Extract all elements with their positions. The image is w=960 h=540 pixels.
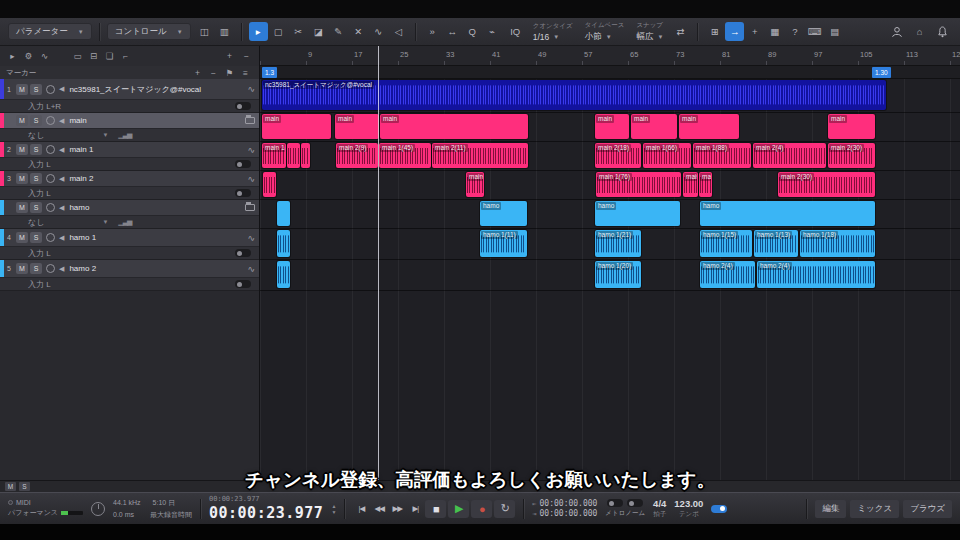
timeline-ruler[interactable]: 91725334149576573818997105113121 bbox=[260, 46, 960, 66]
output-toggle[interactable] bbox=[711, 505, 727, 513]
stop-button[interactable]: ■ bbox=[425, 500, 446, 518]
arrow-tool[interactable]: ▸ bbox=[249, 22, 268, 41]
monitor-button[interactable]: ◀ bbox=[59, 234, 64, 242]
clip-main-folder[interactable]: main bbox=[679, 114, 739, 139]
clip-hamo-1[interactable] bbox=[277, 230, 290, 257]
clip-vocal[interactable]: nc35981_スイートマジック@#vocal bbox=[262, 80, 886, 110]
clip-hamo-2[interactable]: hamo 1(20) bbox=[595, 261, 641, 288]
variant-row[interactable]: なし▼▁▃▅ bbox=[0, 216, 259, 229]
input-row[interactable]: 入力 L+R bbox=[0, 100, 259, 113]
split-tool[interactable]: ✂ bbox=[289, 22, 308, 41]
monitor-button[interactable]: ◀ bbox=[59, 265, 64, 273]
input-toggle[interactable] bbox=[235, 280, 251, 288]
input-row[interactable]: 入力 L bbox=[0, 158, 259, 171]
track-header-5[interactable]: MS◀hamo bbox=[0, 200, 259, 216]
track-header-2[interactable]: MS◀main bbox=[0, 113, 259, 129]
input-row[interactable]: 入力 L bbox=[0, 247, 259, 260]
keyboard-icon[interactable]: ⌨ bbox=[805, 22, 824, 41]
loop-range-display[interactable]: ⇤00:00:00.000 ⇥00:00:00.000 bbox=[532, 499, 597, 518]
remove-track-button[interactable]: − bbox=[239, 49, 254, 64]
marker-track-header[interactable]: マーカー +−⚑≡ bbox=[0, 66, 260, 79]
go-to-end-button[interactable]: ▶| bbox=[407, 502, 423, 516]
mute-button[interactable]: M bbox=[16, 202, 28, 213]
clip-main-1[interactable]: main 1(39) bbox=[262, 143, 286, 168]
forward-button[interactable]: ▶▶ bbox=[389, 502, 405, 516]
clip-main-2[interactable]: main bbox=[699, 172, 712, 197]
clip-hamo-2[interactable]: hamo 2(4) bbox=[757, 261, 875, 288]
add-marker-button[interactable]: + bbox=[190, 65, 205, 80]
monitor-button[interactable]: ◀ bbox=[59, 117, 64, 125]
monitor-knob[interactable] bbox=[91, 502, 105, 516]
quantize-select[interactable]: クオンタイズ 1/16▼ bbox=[533, 22, 573, 42]
clip-hamo-1[interactable]: hamo 1(15) bbox=[700, 230, 752, 257]
clip-main-1[interactable]: main 2(30) bbox=[828, 143, 875, 168]
pointer-icon[interactable]: ▸ bbox=[5, 49, 20, 64]
input-row[interactable]: 入力 L bbox=[0, 187, 259, 200]
clip-hamo-folder[interactable]: hamo bbox=[595, 201, 680, 226]
input-toggle[interactable] bbox=[235, 160, 251, 168]
clip-icon[interactable]: ▭ bbox=[70, 49, 85, 64]
marker-flag-icon[interactable]: ⚑ bbox=[222, 65, 237, 80]
global-solo-button[interactable]: S bbox=[19, 482, 30, 491]
track-header-7[interactable]: 5MS◀hamo 2∿ bbox=[0, 260, 259, 278]
mute-button[interactable]: M bbox=[16, 84, 28, 95]
trim-icon[interactable]: ⌐ bbox=[118, 49, 133, 64]
clip-hamo-1[interactable]: hamo 1(21) bbox=[595, 230, 641, 257]
return-to-start-button[interactable]: |◀ bbox=[353, 502, 369, 516]
autoscroll-icon[interactable]: » bbox=[423, 22, 442, 41]
clip-main-1[interactable]: main 2(9) bbox=[336, 143, 378, 168]
global-mute-button[interactable]: M bbox=[5, 482, 16, 491]
parameter-dropdown[interactable]: パラメーター ▼ bbox=[8, 23, 92, 40]
play-button[interactable]: ▶ bbox=[448, 500, 469, 518]
mode-button-mix[interactable]: ミックス bbox=[850, 500, 899, 518]
remove-marker-button[interactable]: − bbox=[206, 65, 221, 80]
arrangement-grid[interactable]: nc35981_スイートマジック@#vocalmainmainmainmainm… bbox=[260, 79, 960, 480]
clip-main-2[interactable]: main 1(76) bbox=[596, 172, 681, 197]
marker-lane[interactable]: 1.31.30 bbox=[260, 66, 960, 79]
input-quantize-button[interactable]: IQ bbox=[506, 22, 525, 41]
record-arm-button[interactable] bbox=[46, 85, 55, 94]
clip-main-folder[interactable]: main bbox=[595, 114, 629, 139]
mute-button[interactable]: M bbox=[16, 144, 28, 155]
clip-main-1[interactable] bbox=[287, 143, 300, 168]
time-signature[interactable]: 4/4 拍子 bbox=[653, 498, 666, 519]
snap-grid-icon[interactable]: ⊞ bbox=[705, 22, 724, 41]
mode-button-edit[interactable]: 編集 bbox=[815, 500, 846, 518]
clip-hamo-1[interactable]: hamo 1(18) bbox=[800, 230, 875, 257]
clip-main-2[interactable]: main 2(30) bbox=[778, 172, 875, 197]
clip-main-1[interactable]: main 2(11) bbox=[432, 143, 528, 168]
crosshair-icon[interactable]: + bbox=[745, 22, 764, 41]
instrument-view-icon[interactable]: ◫ bbox=[195, 22, 214, 41]
track-header-4[interactable]: 3MS◀main 2∿ bbox=[0, 171, 259, 187]
layers-icon[interactable]: ⊟ bbox=[86, 49, 101, 64]
mode-button-browse[interactable]: ブラウズ bbox=[903, 500, 952, 518]
monitor-button[interactable]: ◀ bbox=[59, 146, 64, 154]
clip-main-folder[interactable]: main bbox=[631, 114, 677, 139]
track-header-6[interactable]: 4MS◀hamo 1∿ bbox=[0, 229, 259, 247]
input-toggle[interactable] bbox=[235, 189, 251, 197]
tempo[interactable]: 123.00 テンポ bbox=[674, 498, 703, 519]
time-display[interactable]: 00:00:23.977 00:00:23.977 bbox=[209, 495, 323, 522]
paint-tool[interactable]: ✎ bbox=[329, 22, 348, 41]
clip-hamo-2[interactable] bbox=[277, 261, 290, 288]
zoom-icon[interactable]: Q bbox=[463, 22, 482, 41]
monitor-button[interactable]: ◀ bbox=[59, 85, 64, 93]
loop-start-badge[interactable]: 1.3 bbox=[262, 67, 277, 78]
range-tool[interactable]: ▢ bbox=[269, 22, 288, 41]
add-track-button[interactable]: + bbox=[222, 49, 237, 64]
help-icon[interactable]: ? bbox=[785, 22, 804, 41]
snap-select[interactable]: スナップ 幅広▼ bbox=[636, 21, 663, 43]
solo-button[interactable]: S bbox=[30, 144, 42, 155]
eraser-tool[interactable]: ◪ bbox=[309, 22, 328, 41]
record-arm-button[interactable] bbox=[46, 233, 55, 242]
folder-icon[interactable]: ❏ bbox=[102, 49, 117, 64]
time-spinner[interactable]: ▲▼ bbox=[331, 503, 336, 515]
clip-hamo-folder[interactable]: hamo bbox=[480, 201, 527, 226]
clip-main-2[interactable] bbox=[263, 172, 276, 197]
mute-button[interactable]: M bbox=[16, 232, 28, 243]
clip-main-1[interactable]: main 1(88) bbox=[693, 143, 751, 168]
follow-playhead-icon[interactable]: → bbox=[725, 22, 744, 41]
clip-main-2[interactable]: main bbox=[683, 172, 698, 197]
home-icon[interactable]: ⌂ bbox=[910, 22, 929, 41]
clip-main-1[interactable]: main 2(18) bbox=[595, 143, 641, 168]
